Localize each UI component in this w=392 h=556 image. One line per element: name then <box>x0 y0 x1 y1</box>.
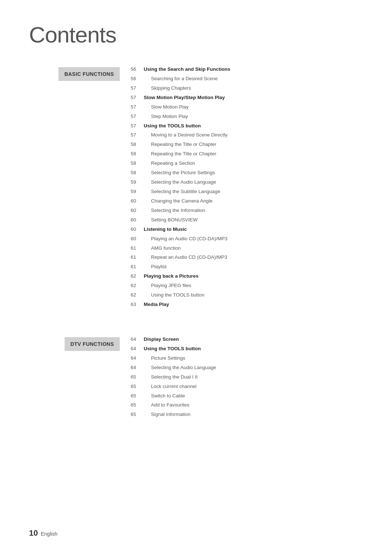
toc-entry: 56Searching for a Desired Scene <box>131 75 363 83</box>
toc-entry: 58Repeating the Title or Chapter <box>131 141 363 148</box>
toc-entry-text: Switch to Cable <box>144 392 363 400</box>
section-box-label-basic-functions: BASIC FUNCTIONS <box>64 71 114 77</box>
toc-entry-page: 64 <box>131 355 144 362</box>
toc-entry-page: 62 <box>131 282 144 290</box>
toc-entry-text: Display Screen <box>144 336 363 343</box>
toc-entry-text: Repeating the Title or Chapter <box>144 150 363 158</box>
toc-entry-text: Signal Information <box>144 411 363 418</box>
toc-entry: 65Lock current channel <box>131 383 363 391</box>
toc-entry-page: 58 <box>131 150 144 158</box>
section-content-basic-functions: 56Using the Search and Skip Functions56S… <box>131 66 363 310</box>
toc-entry-text: Listening to Music <box>144 226 363 233</box>
toc-entry-text: Moving to a Desired Scene Directly <box>144 131 363 139</box>
toc-entry-page: 65 <box>131 401 144 409</box>
toc-entry-text: Using the TOOLS button <box>144 291 363 299</box>
toc-entry-page: 62 <box>131 273 144 280</box>
toc-entry-text: Playing JPEG files <box>144 282 363 290</box>
toc-entry-text: Playing an Audio CD (CD-DA)/MP3 <box>144 235 363 243</box>
toc-entry-page: 63 <box>131 301 144 308</box>
toc-sections: BASIC FUNCTIONS56Using the Search and Sk… <box>29 66 363 420</box>
toc-entry-page: 56 <box>131 75 144 83</box>
toc-entry-page: 60 <box>131 197 144 205</box>
toc-entry-text: Selecting the Audio Language <box>144 179 363 186</box>
toc-entry: 65Selecting the Dual I II <box>131 373 363 381</box>
section-box-basic-functions: BASIC FUNCTIONS <box>58 67 120 81</box>
toc-entry: 56Using the Search and Skip Functions <box>131 66 363 73</box>
toc-entry-page: 65 <box>131 411 144 418</box>
footer: 10 English <box>29 528 57 538</box>
toc-entry-text: Step Motion Play <box>144 113 363 120</box>
toc-entry-page: 56 <box>131 66 144 73</box>
toc-entry: 58Selecting the Picture Settings <box>131 169 363 177</box>
toc-entry-text: Setting BONUSVIEW <box>144 216 363 224</box>
toc-entry-text: Selecting the Audio Language <box>144 364 363 372</box>
toc-entry-page: 59 <box>131 188 144 196</box>
toc-entry-page: 61 <box>131 254 144 261</box>
toc-entry: 62Using the TOOLS button <box>131 291 363 299</box>
toc-entry-text: Playlist <box>144 263 363 271</box>
toc-entry-text: Picture Settings <box>144 355 363 362</box>
toc-entry-page: 65 <box>131 383 144 391</box>
toc-entry: 65Switch to Cable <box>131 392 363 400</box>
toc-entry-page: 57 <box>131 85 144 92</box>
toc-entry: 64Display Screen <box>131 336 363 343</box>
toc-entry: 60Selecting the Information <box>131 207 363 214</box>
toc-entry-text: Lock current channel <box>144 383 363 391</box>
toc-entry: 60Playing an Audio CD (CD-DA)/MP3 <box>131 235 363 243</box>
toc-entry-page: 61 <box>131 263 144 271</box>
toc-entry-text: Changing the Camera Angle <box>144 197 363 205</box>
section-label-col-basic-functions: BASIC FUNCTIONS <box>29 66 131 310</box>
toc-entry: 59Selecting the Audio Language <box>131 179 363 186</box>
toc-entry: 60Changing the Camera Angle <box>131 197 363 205</box>
toc-entry-page: 60 <box>131 216 144 224</box>
toc-entry-page: 60 <box>131 207 144 214</box>
toc-entry-text: AMG function <box>144 245 363 252</box>
toc-entry-text: Slow Motion Play/Step Motion Play <box>144 94 363 102</box>
toc-entry-text: Playing back a Pictures <box>144 273 363 280</box>
toc-entry: 57Step Motion Play <box>131 113 363 120</box>
toc-entry: 64Picture Settings <box>131 355 363 362</box>
toc-entry-text: Using the TOOLS button <box>144 122 363 130</box>
page-title: Contents <box>29 22 363 48</box>
toc-entry-page: 59 <box>131 179 144 186</box>
toc-entry-page: 64 <box>131 336 144 343</box>
toc-entry-page: 62 <box>131 291 144 299</box>
toc-entry-page: 60 <box>131 226 144 233</box>
toc-entry: 63Media Play <box>131 301 363 308</box>
toc-entry-page: 58 <box>131 141 144 148</box>
toc-entry-page: 57 <box>131 122 144 130</box>
toc-entry-page: 57 <box>131 103 144 111</box>
toc-entry: 58Repeating the Title or Chapter <box>131 150 363 158</box>
footer-language: English <box>41 531 57 537</box>
toc-entry: 57Skipping Chapters <box>131 85 363 92</box>
toc-entry-page: 64 <box>131 364 144 372</box>
toc-entry-page: 64 <box>131 345 144 353</box>
toc-entry-page: 60 <box>131 235 144 243</box>
toc-entry-text: Using the TOOLS button <box>144 345 363 353</box>
toc-entry: 59Selecting the Subtitle Language <box>131 188 363 196</box>
section-dtv-functions: DTV FUNCTIONS64Display Screen64Using the… <box>29 336 363 420</box>
toc-entry-text: Media Play <box>144 301 363 308</box>
toc-entry: 61Playlist <box>131 263 363 271</box>
footer-page-number: 10 <box>29 528 38 538</box>
section-basic-functions: BASIC FUNCTIONS56Using the Search and Sk… <box>29 66 363 310</box>
toc-entry-text: Searching for a Desired Scene <box>144 75 363 83</box>
section-content-dtv-functions: 64Display Screen64Using the TOOLS button… <box>131 336 363 420</box>
toc-entry: 57Moving to a Desired Scene Directly <box>131 131 363 139</box>
toc-entry: 62Playing back a Pictures <box>131 273 363 280</box>
toc-entry-text: Selecting the Dual I II <box>144 373 363 381</box>
toc-entry-text: Skipping Chapters <box>144 85 363 92</box>
toc-entry-text: Repeat an Audio CD (CD-DA)/MP3 <box>144 254 363 261</box>
toc-entry-page: 58 <box>131 160 144 167</box>
toc-entry-page: 57 <box>131 94 144 102</box>
toc-entry-text: Using the Search and Skip Functions <box>144 66 363 73</box>
toc-entry: 61AMG function <box>131 245 363 252</box>
toc-entry-text: Repeating a Section <box>144 160 363 167</box>
toc-entry: 58Repeating a Section <box>131 160 363 167</box>
toc-entry: 65Signal Information <box>131 411 363 418</box>
toc-entry-text: Slow Motion Play <box>144 103 363 111</box>
toc-entry: 61Repeat an Audio CD (CD-DA)/MP3 <box>131 254 363 261</box>
toc-entry-text: Selecting the Information <box>144 207 363 214</box>
section-box-label-dtv-functions: DTV FUNCTIONS <box>70 341 114 347</box>
toc-entry: 57Slow Motion Play <box>131 103 363 111</box>
